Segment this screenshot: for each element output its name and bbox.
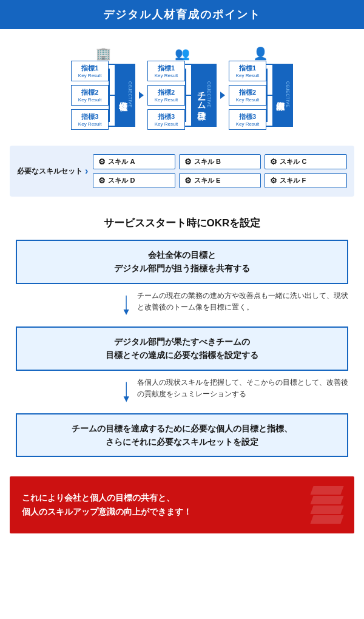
svg-marker-5 xyxy=(124,396,129,402)
obj-group-company: 🏢 指標1 Key Result 指標2 Key Result 指標3 xyxy=(71,61,135,130)
individual-kr-2-sub: Key Result xyxy=(234,97,261,103)
team-kr-3-title: 指標3 xyxy=(153,112,180,121)
banner-text: これにより会社と個人の目標の共有と、個人のスキルアップ意識の向上ができます！ xyxy=(22,491,306,520)
banner-deco xyxy=(312,486,342,524)
skill-d-label: スキル D xyxy=(108,176,135,185)
team-kr-1: 指標1 Key Result xyxy=(147,61,185,81)
flow-desc-1-text: チームの現在の業務の進め方や改善点も一緒に洗い出して、現状と改善後のトーム像を目… xyxy=(137,290,348,314)
skill-d-icon: ⚙ xyxy=(98,176,106,185)
deco-line-4 xyxy=(310,515,343,524)
team-kr-list: 指標1 Key Result 指標2 Key Result 指標3 Key Re… xyxy=(147,61,185,130)
team-kr-3-sub: Key Result xyxy=(153,121,180,127)
skill-f-label: スキル F xyxy=(280,176,306,185)
flow-desc-2: 各個人の現状スキルを把握して、そこからの目標として、改善後の貢献度をシュミレーシ… xyxy=(122,371,348,413)
flow-desc-1: チームの現在の業務の進め方や改善点も一緒に洗い出して、現状と改善後のトーム像を目… xyxy=(122,284,348,326)
okr-diagram: 🏢 指標1 Key Result 指標2 Key Result 指標3 xyxy=(10,44,354,136)
individual-kr-1-title: 指標1 xyxy=(234,64,261,73)
stub-i2 xyxy=(266,95,272,96)
individual-kr-branch: 指標1 Key Result 指標2 Key Result 指標3 Key Re… xyxy=(229,61,272,130)
individual-icon: 👤 xyxy=(253,46,268,61)
header-title: デジタル人材育成のポイント xyxy=(103,8,261,21)
team-obj-box: OBJECTIVE チーム目標 xyxy=(191,64,217,127)
skill-b: ⚙ スキル B xyxy=(179,154,261,169)
company-kr-1: 指標1 Key Result xyxy=(71,61,109,81)
flow-desc-2-text: 各個人の現状スキルを把握して、そこからの目標として、改善後の貢献度をシュミレーシ… xyxy=(137,377,348,401)
company-kr-2-title: 指標2 xyxy=(76,88,103,97)
company-obj-box: OBJECTIVE 会社目標 xyxy=(115,64,135,127)
flow-box-1: 会社全体の目標とデジタル部門が担う指標を共有する xyxy=(16,240,348,284)
skill-c: ⚙ スキル C xyxy=(265,154,347,169)
individual-kr-3-sub: Key Result xyxy=(234,121,261,127)
deco-line-3 xyxy=(310,506,343,514)
team-kr-1-sub: Key Result xyxy=(153,73,180,78)
skill-e-icon: ⚙ xyxy=(184,176,192,185)
company-kr-1-sub: Key Result xyxy=(76,73,103,78)
flow-desc-1-wrap: チームの現在の業務の進め方や改善点も一緒に洗い出して、現状と改善後のトーム像を目… xyxy=(16,284,348,326)
skills-inner: 必要なスキルセット › ⚙ スキル A ⚙ スキル B ⚙ スキル C ⚙ スキ… xyxy=(17,154,347,188)
skill-a-label: スキル A xyxy=(108,157,135,166)
skill-d: ⚙ スキル D xyxy=(93,173,175,188)
obj-group-individual: 👤 指標1 Key Result 指標2 Key Result 指標3 xyxy=(229,61,293,130)
stub-t2 xyxy=(185,95,191,96)
page-header: デジタル人材育成のポイント xyxy=(0,0,364,29)
skill-a: ⚙ スキル A xyxy=(93,154,175,169)
company-kr-branch: 指標1 Key Result 指標2 Key Result 指標3 Key Re… xyxy=(71,61,115,130)
company-icon: 🏢 xyxy=(96,46,111,61)
stub-3 xyxy=(109,126,115,127)
individual-kr-3: 指標3 Key Result xyxy=(229,109,266,130)
skill-e-label: スキル E xyxy=(194,176,220,185)
company-kr-3-sub: Key Result xyxy=(76,121,103,127)
flow-box-3: チームの目標を達成するために必要な個人の目標と指標、さらにそれに必要なスキルセッ… xyxy=(16,413,348,458)
stub-t1 xyxy=(185,64,191,65)
individual-kr-1: 指標1 Key Result xyxy=(229,61,266,81)
company-kr-2-sub: Key Result xyxy=(76,97,103,103)
individual-kr-1-sub: Key Result xyxy=(234,73,261,78)
svg-marker-1 xyxy=(220,92,225,99)
team-kr-2: 指標2 Key Result xyxy=(147,85,185,106)
flow-box-1-text: 会社全体の目標とデジタル部門が担う指標を共有する xyxy=(114,250,250,273)
team-obj-label: OBJECTIVE xyxy=(207,81,211,107)
team-branch-lines xyxy=(185,64,191,127)
skills-grid: ⚙ スキル A ⚙ スキル B ⚙ スキル C ⚙ スキル D ⚙ スキル E … xyxy=(93,154,347,188)
company-kr-1-title: 指標1 xyxy=(76,64,103,73)
skill-e: ⚙ スキル E xyxy=(179,173,261,188)
skill-f: ⚙ スキル F xyxy=(265,173,347,188)
team-icon: 👥 xyxy=(175,46,190,61)
service-section: サービススタート時にOKRを設定 会社全体の目標とデジタル部門が担う指標を共有す… xyxy=(0,206,364,457)
skill-f-icon: ⚙ xyxy=(270,176,277,185)
service-title: サービススタート時にOKRを設定 xyxy=(10,216,354,230)
company-obj-and-kr: 指標1 Key Result 指標2 Key Result 指標3 Key Re… xyxy=(71,61,135,130)
individual-kr-2: 指標2 Key Result xyxy=(229,85,266,106)
deco-line-2 xyxy=(310,496,343,504)
skill-a-icon: ⚙ xyxy=(98,157,106,166)
flow-desc-2-wrap: 各個人の現状スキルを把握して、そこからの目標として、改善後の貢献度をシュミレーシ… xyxy=(16,371,348,413)
company-kr-3: 指標3 Key Result xyxy=(71,109,109,130)
flow-box-2: デジタル部門が果たすべきチームの目標とその達成に必要な指標を設定する xyxy=(16,326,348,371)
skills-label: 必要なスキルセット › xyxy=(17,166,88,177)
svg-marker-0 xyxy=(139,92,144,99)
company-obj-label: OBJECTIVE xyxy=(128,81,132,107)
skills-arrow-icon: › xyxy=(85,166,88,177)
company-branch-lines xyxy=(109,64,115,127)
company-kr-2: 指標2 Key Result xyxy=(71,85,109,106)
flow-container: 会社全体の目標とデジタル部門が担う指標を共有する チームの現在の業務の進め方や改… xyxy=(10,240,354,457)
skill-c-label: スキル C xyxy=(280,157,306,166)
skill-c-icon: ⚙ xyxy=(270,157,277,166)
stub-i1 xyxy=(266,64,272,65)
team-obj-and-kr: 指標1 Key Result 指標2 Key Result 指標3 Key Re… xyxy=(147,61,217,130)
bottom-banner: これにより会社と個人の目標の共有と、個人のスキルアップ意識の向上ができます！ xyxy=(10,476,354,533)
individual-branch-lines xyxy=(266,64,272,127)
team-obj-name: チーム目標 xyxy=(197,86,207,105)
spacer xyxy=(0,457,364,467)
skill-b-icon: ⚙ xyxy=(184,157,192,166)
stub-t3 xyxy=(185,126,191,127)
team-kr-1-title: 指標1 xyxy=(153,64,180,73)
stub-i3 xyxy=(266,126,272,127)
down-arrow-2 xyxy=(122,377,131,407)
team-kr-2-sub: Key Result xyxy=(153,97,180,103)
team-kr-branch: 指標1 Key Result 指標2 Key Result 指標3 Key Re… xyxy=(147,61,191,130)
team-kr-3: 指標3 Key Result xyxy=(147,109,185,130)
company-kr-3-title: 指標3 xyxy=(76,112,103,121)
arrow-2 xyxy=(218,90,228,100)
individual-obj-box: OBJECTIVE 個人目標 xyxy=(272,64,293,127)
